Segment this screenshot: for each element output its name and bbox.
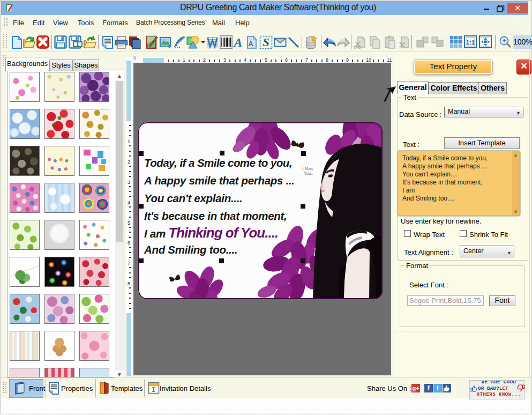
svg-text:It's because in that moment,: It's because in that moment, xyxy=(144,210,287,222)
svg-text:Today, if a Smile come to you,: Today, if a Smile come to you, xyxy=(144,157,292,169)
svg-text:S: S xyxy=(263,35,269,49)
svg-text:I am Thinking of You....: I am Thinking of You.... xyxy=(144,225,278,241)
svg-text:You can't explain....: You can't explain.... xyxy=(144,192,243,204)
svg-text:A happy smile that perhaps ...: A happy smile that perhaps ... xyxy=(144,174,295,187)
svg-text:A: A xyxy=(249,40,253,48)
svg-text:1:1: 1:1 xyxy=(466,39,475,46)
svg-text:And Smiling too....: And Smiling too.... xyxy=(144,243,237,256)
svg-text:A: A xyxy=(233,35,242,49)
svg-text:You..: You.. xyxy=(304,171,313,176)
svg-text:I Miss: I Miss xyxy=(302,166,313,171)
